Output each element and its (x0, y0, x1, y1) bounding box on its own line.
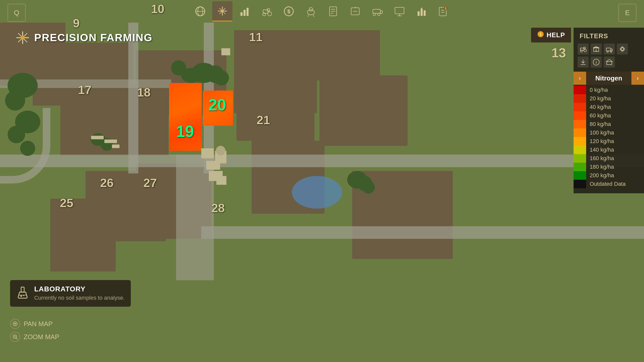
small-building (104, 140, 117, 143)
pan-icon (10, 319, 20, 329)
building (216, 176, 226, 185)
svg-text:i: i (596, 60, 597, 64)
legend-text-1: 20 kg/ha (586, 95, 611, 102)
legend-color-9 (574, 163, 586, 171)
legend-text-0: 0 kg/ha (586, 87, 608, 93)
q-button[interactable]: Q (8, 4, 26, 22)
legend-text-7: 140 kg/ha (586, 147, 614, 153)
field-19-highlighted[interactable]: 19 (169, 83, 202, 151)
field-number-label: 11 (249, 30, 262, 44)
svg-point-13 (268, 12, 272, 16)
svg-line-19 (308, 15, 308, 17)
legend-text-6: 120 kg/ha (586, 138, 614, 145)
help-label: HELP (547, 31, 565, 39)
field-20-highlighted[interactable]: 20 (203, 90, 233, 126)
nav-animals[interactable] (301, 1, 321, 21)
legend-item-3: 60 kg/ha (574, 111, 644, 120)
q-label: Q (14, 9, 19, 17)
nav-vehicle2[interactable] (367, 1, 387, 21)
svg-rect-32 (395, 7, 404, 14)
svg-point-54 (23, 295, 24, 296)
legend-color-2 (574, 103, 586, 111)
svg-rect-51 (21, 287, 24, 292)
filter-download[interactable] (578, 57, 589, 68)
trees (362, 181, 375, 194)
svg-point-18 (309, 8, 313, 11)
nitrogen-legend: 0 kg/ha20 kg/ha40 kg/ha60 kg/ha80 kg/ha1… (574, 86, 644, 188)
field-patch (319, 75, 408, 146)
svg-line-58 (16, 338, 18, 339)
zoom-map-button[interactable]: ZOOM MAP (10, 332, 59, 342)
svg-marker-78 (606, 59, 612, 62)
top-navigation: Q $ i E (0, 0, 644, 23)
legend-color-4 (574, 120, 586, 128)
map-background: 19 20 10 9 11 17 18 21 25 26 27 28 (0, 0, 644, 362)
legend-item-6: 120 kg/ha (574, 137, 644, 146)
help-button[interactable]: i HELP (531, 28, 571, 42)
nav-tractor[interactable] (257, 1, 277, 21)
svg-text:i: i (445, 6, 446, 10)
legend-text-8: 160 kg/ha (586, 155, 614, 162)
field-number-label: 25 (60, 196, 73, 210)
field-number-label: 17 (78, 83, 91, 97)
legend-text-9: 180 kg/ha (586, 164, 614, 170)
legend-text-5: 100 kg/ha (586, 129, 614, 136)
filter-truck[interactable] (604, 43, 615, 55)
legend-color-5 (574, 128, 586, 137)
field-number-20: 20 (208, 96, 226, 114)
filter-farm[interactable] (604, 57, 615, 68)
field-number-19: 19 (176, 122, 194, 141)
nav-info[interactable]: i (434, 1, 454, 21)
legend-text-4: 80 kg/ha (586, 121, 611, 127)
svg-rect-77 (607, 62, 612, 65)
building (201, 148, 214, 158)
filter-gear[interactable] (617, 43, 628, 55)
svg-rect-68 (606, 48, 611, 51)
legend-item-2: 40 kg/ha (574, 103, 644, 111)
nav-monitor[interactable] (389, 1, 410, 21)
field-patch (302, 30, 380, 80)
legend-text-3: 60 kg/ha (586, 112, 611, 119)
lab-icon (16, 286, 29, 302)
legend-color-6 (574, 137, 586, 146)
building (221, 48, 230, 55)
filters-panel: FILTERS i ‹ Nitrogen › 0 kg/ha20 kg/ha40 (574, 28, 644, 193)
legend-item-7: 140 kg/ha (574, 146, 644, 154)
field-number-label: 27 (143, 176, 157, 190)
legend-color-11 (574, 180, 586, 188)
legend-item-9: 180 kg/ha (574, 163, 644, 171)
nav-stats[interactable] (234, 1, 255, 21)
field-number-label: 21 (257, 113, 270, 127)
nav-contracts[interactable] (323, 1, 343, 21)
filter-building[interactable] (591, 43, 602, 55)
nitrogen-next-button[interactable]: › (631, 72, 644, 85)
legend-item-11: Outdated Data (574, 180, 644, 188)
e-button[interactable]: E (618, 4, 636, 22)
field-number-label: 26 (100, 176, 113, 190)
svg-point-56 (14, 323, 16, 325)
nav-finance[interactable]: $ (279, 1, 299, 21)
nitrogen-prev-button[interactable]: ‹ (574, 72, 586, 85)
zoom-icon (10, 332, 20, 342)
legend-item-4: 80 kg/ha (574, 120, 644, 128)
nav-precision[interactable] (212, 1, 232, 21)
svg-rect-37 (424, 10, 426, 16)
legend-item-10: 200 kg/ha (574, 171, 644, 180)
filters-title: FILTERS (574, 28, 644, 43)
e-label: E (625, 9, 630, 17)
legend-color-7 (574, 146, 586, 154)
lab-content: LABORATORY Currently no soil samples to … (34, 285, 125, 301)
svg-point-17 (307, 10, 314, 15)
field-patch (234, 30, 307, 75)
nav-leaderboard[interactable] (412, 1, 432, 21)
svg-line-20 (313, 15, 314, 17)
filter-tractor[interactable] (578, 43, 589, 55)
filter-info[interactable]: i (591, 57, 602, 68)
precision-farming-icon (15, 30, 30, 45)
field-number-label: 18 (137, 85, 150, 99)
nav-map[interactable] (190, 1, 210, 21)
pan-map-button[interactable]: PAN MAP (10, 319, 59, 329)
nav-missions[interactable] (345, 1, 365, 21)
nitrogen-label: Nitrogen (586, 72, 631, 85)
svg-text:$: $ (287, 8, 290, 15)
